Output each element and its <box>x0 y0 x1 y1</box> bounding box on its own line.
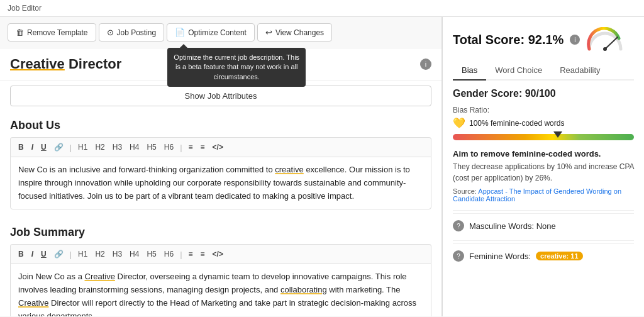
progress-marker <box>553 131 562 138</box>
bias-ratio-value: 💛 100% feminine-coded words <box>453 117 634 129</box>
view-changes-button[interactable]: ↩ View Changes <box>257 23 332 42</box>
bold-button-1[interactable]: B <box>16 142 26 153</box>
h1-button-2[interactable]: H1 <box>75 248 90 260</box>
divider-1 <box>453 210 634 211</box>
source-link[interactable]: Appcast - The Impact of Gendered Wording… <box>453 187 621 203</box>
right-panel: Total Score: 92.1% i <box>443 17 644 316</box>
h6-button-2[interactable]: H6 <box>162 248 176 260</box>
ul-button-1[interactable]: ≡ <box>186 142 196 153</box>
tab-bias[interactable]: Bias <box>453 61 486 81</box>
left-panel: 🗑 Remove Template ⊙ Job Posting 📄 Optimi… <box>0 17 443 316</box>
aim-title: Aim to remove feminine-coded words. <box>453 149 634 158</box>
code-button-2[interactable]: </> <box>210 248 226 260</box>
tab-readability[interactable]: Readability <box>551 61 609 81</box>
bias-progress-bar <box>453 134 634 140</box>
circle-icon: ⊙ <box>107 28 114 37</box>
svg-point-1 <box>603 47 607 51</box>
h5-button-2[interactable]: H5 <box>144 248 158 260</box>
h1-button-1[interactable]: H1 <box>75 142 90 153</box>
h3-button-1[interactable]: H3 <box>110 142 125 153</box>
optimize-content-button[interactable]: 📄 Optimize Content Optimize the current … <box>167 23 255 42</box>
about-us-title: About Us <box>10 119 431 132</box>
h3-button-2[interactable]: H3 <box>110 248 125 260</box>
show-attributes-button[interactable]: Show Job Attributes <box>10 86 431 106</box>
job-posting-button[interactable]: ⊙ Job Posting <box>99 23 165 42</box>
masculine-words-row: ? Masculine Words: None <box>453 213 634 238</box>
h4-button-2[interactable]: H4 <box>127 248 142 260</box>
italic-button-1[interactable]: I <box>29 142 36 153</box>
masculine-info-icon[interactable]: ? <box>453 220 464 231</box>
ol-button-2[interactable]: ≡ <box>198 248 208 260</box>
app-title: Job Editor <box>8 4 42 13</box>
link-button-1[interactable]: 🔗 <box>52 142 66 153</box>
about-us-content[interactable]: New Co is an inclusive and forward-think… <box>10 157 431 209</box>
editor-toolbar-row: 🗑 Remove Template ⊙ Job Posting 📄 Optimi… <box>0 17 441 48</box>
job-title-suffix: Director <box>65 56 121 72</box>
creative-highlight-1: creative <box>275 165 304 174</box>
total-score-row: Total Score: 92.1% i <box>453 27 634 52</box>
h6-button-1[interactable]: H6 <box>162 142 176 153</box>
remove-template-label: Remove Template <box>27 28 88 37</box>
about-us-section: About Us B I U 🔗 | H1 H2 H3 H4 H5 H6 | ≡… <box>0 111 441 209</box>
progress-bar-bg <box>453 134 634 140</box>
job-title: Creative Director <box>10 56 121 72</box>
remove-template-button[interactable]: 🗑 Remove Template <box>8 23 96 42</box>
bias-ratio-label: Bias Ratio: <box>453 106 634 114</box>
score-info-icon[interactable]: i <box>570 35 580 45</box>
h4-button-1[interactable]: H4 <box>127 142 142 153</box>
underline-button-1[interactable]: U <box>38 142 49 153</box>
underline-button-2[interactable]: U <box>38 248 49 260</box>
score-tabs: Bias Word Choice Readability <box>453 61 634 81</box>
aim-text: They decrease applications by 10% and in… <box>453 161 634 184</box>
aim-box: Aim to remove feminine-coded words. They… <box>453 149 634 203</box>
h5-button-1[interactable]: H5 <box>144 142 158 153</box>
collaborating-highlight: collaborating <box>280 285 327 294</box>
ol-button-1[interactable]: ≡ <box>198 142 208 153</box>
job-summary-content[interactable]: Join New Co as a Creative Director, over… <box>10 264 431 316</box>
job-summary-section: Job Summary B I U 🔗 | H1 H2 H3 H4 H5 H6 … <box>0 218 441 316</box>
feminine-badge: creative: 11 <box>536 252 583 260</box>
job-title-prefix: Creative <box>10 56 65 72</box>
divider-2 <box>453 240 634 241</box>
job-summary-title: Job Summary <box>10 226 431 239</box>
h2-button-1[interactable]: H2 <box>92 142 107 153</box>
clock-icon: ↩ <box>265 28 272 37</box>
svg-line-0 <box>605 37 618 49</box>
job-summary-editor-toolbar: B I U 🔗 | H1 H2 H3 H4 H5 H6 | ≡ ≡ </> <box>10 244 431 264</box>
link-button-2[interactable]: 🔗 <box>52 248 66 260</box>
gauge-chart <box>586 27 624 52</box>
ul-button-2[interactable]: ≡ <box>186 248 196 260</box>
total-score-label: Total Score: 92.1% <box>453 33 564 47</box>
trash-icon: 🗑 <box>16 28 24 37</box>
feminine-words-row: ? Feminine Words: creative: 11 <box>453 243 634 268</box>
job-title-info-icon[interactable]: i <box>420 58 431 70</box>
optimize-content-label: Optimize Content <box>188 28 247 37</box>
dot-icon: 💛 <box>453 117 465 129</box>
masculine-words-label: Masculine Words: None <box>469 221 556 231</box>
optimize-tooltip: Optimize the current job description. Th… <box>167 48 306 87</box>
app-title-bar: Job Editor <box>0 0 644 17</box>
feminine-words-label: Feminine Words: <box>469 252 531 261</box>
italic-button-2[interactable]: I <box>29 248 36 260</box>
h2-button-2[interactable]: H2 <box>92 248 107 260</box>
bold-button-2[interactable]: B <box>16 248 26 260</box>
job-posting-label: Job Posting <box>117 28 157 37</box>
doc-icon: 📄 <box>175 28 185 37</box>
feminine-info-icon[interactable]: ? <box>453 250 464 262</box>
gender-score: Gender Score: 90/100 <box>453 88 634 99</box>
view-changes-label: View Changes <box>275 28 324 37</box>
creative-highlight-3: Creative <box>18 298 48 308</box>
about-us-editor-toolbar: B I U 🔗 | H1 H2 H3 H4 H5 H6 | ≡ ≡ </> <box>10 137 431 157</box>
tab-word-choice[interactable]: Word Choice <box>486 61 551 81</box>
code-button-1[interactable]: </> <box>210 142 226 153</box>
creative-highlight-2: Creative <box>85 272 115 281</box>
source-text: Source: Appcast - The Impact of Gendered… <box>453 187 634 203</box>
